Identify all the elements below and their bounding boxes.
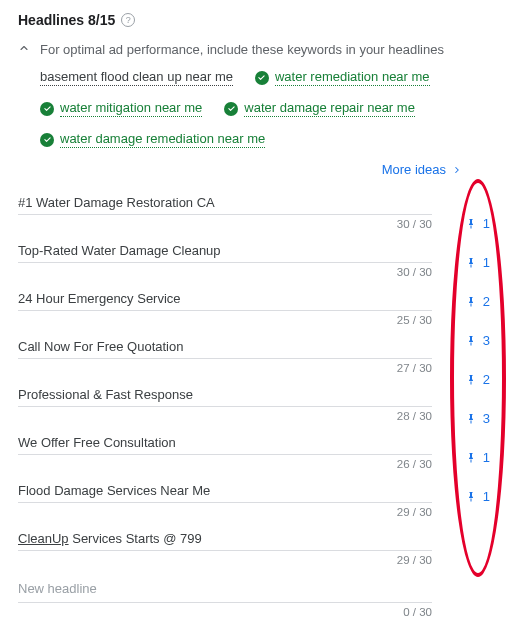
new-headline-char-count: 0 / 30 [403,606,432,618]
help-icon[interactable]: ? [121,13,135,27]
pin-indicator[interactable]: 1 [465,450,490,465]
keyword-text: water damage remediation near me [60,131,265,148]
headline-row[interactable]: CleanUp Services Starts @ 799 29 / 30 [18,521,432,551]
pin-indicator[interactable]: 2 [465,294,490,309]
pin-icon [465,373,477,387]
headline-char-count: 26 / 30 [397,458,432,470]
keyword-item[interactable]: water mitigation near me [40,100,202,117]
keyword-text: water remediation near me [275,69,430,86]
headlines-header: Headlines 8/15 ? [18,12,492,28]
keyword-text: basement flood clean up near me [40,69,233,86]
keyword-suggestions: basement flood clean up near me water re… [18,69,492,148]
headline-char-count: 25 / 30 [397,314,432,326]
headline-char-count: 29 / 30 [397,554,432,566]
pin-icon [465,451,477,465]
check-icon [40,133,54,147]
keyword-text: water mitigation near me [60,100,202,117]
headline-text: CleanUp Services Starts @ 799 [18,531,202,547]
check-icon [40,102,54,116]
headline-char-count: 28 / 30 [397,410,432,422]
more-ideas-row: More ideas [18,162,462,177]
headline-row[interactable]: We Offer Free Consultation 26 / 30 [18,425,432,455]
pin-icon [465,334,477,348]
headline-text: 24 Hour Emergency Service [18,291,181,307]
keyword-item[interactable]: water remediation near me [255,69,430,86]
pin-indicator[interactable]: 1 [465,216,490,231]
suggestion-intro-row[interactable]: For optimal ad performance, include thes… [18,42,492,57]
headline-row[interactable]: #1 Water Damage Restoration CA 30 / 30 [18,185,432,215]
headline-row[interactable]: Professional & Fast Response 28 / 30 [18,377,432,407]
pin-icon [465,412,477,426]
headline-char-count: 29 / 30 [397,506,432,518]
keyword-item[interactable]: water damage remediation near me [40,131,265,148]
pin-icon [465,217,477,231]
headline-char-count: 27 / 30 [397,362,432,374]
suggestion-intro-text: For optimal ad performance, include thes… [40,42,444,57]
pin-indicator[interactable]: 1 [465,489,490,504]
headline-row[interactable]: Call Now For Free Quotation 27 / 30 [18,329,432,359]
headlines-list: #1 Water Damage Restoration CA 30 / 30 T… [18,185,432,603]
headline-row[interactable]: Flood Damage Services Near Me 29 / 30 [18,473,432,503]
headline-text: #1 Water Damage Restoration CA [18,195,215,211]
pins-column: 1 1 2 3 2 3 1 1 [465,216,490,504]
headline-text: Professional & Fast Response [18,387,193,403]
new-headline-input[interactable]: New headline 0 / 30 [18,569,432,603]
new-headline-placeholder: New headline [18,581,97,596]
headline-text: We Offer Free Consultation [18,435,176,451]
headline-text: Top-Rated Water Damage Cleanup [18,243,221,259]
more-ideas-link[interactable]: More ideas [382,162,462,177]
keyword-item[interactable]: basement flood clean up near me [40,69,233,86]
chevron-up-icon [18,42,30,57]
headline-row[interactable]: 24 Hour Emergency Service 25 / 30 [18,281,432,311]
pin-indicator[interactable]: 3 [465,411,490,426]
pin-icon [465,490,477,504]
pin-icon [465,256,477,270]
keyword-text: water damage repair near me [244,100,415,117]
pin-icon [465,295,477,309]
headline-char-count: 30 / 30 [397,218,432,230]
keyword-item[interactable]: water damage repair near me [224,100,415,117]
pin-indicator[interactable]: 2 [465,372,490,387]
pin-indicator[interactable]: 3 [465,333,490,348]
headlines-title: Headlines 8/15 [18,12,115,28]
headline-text: Call Now For Free Quotation [18,339,183,355]
check-icon [255,71,269,85]
check-icon [224,102,238,116]
pin-indicator[interactable]: 1 [465,255,490,270]
headline-char-count: 30 / 30 [397,266,432,278]
headline-text: Flood Damage Services Near Me [18,483,210,499]
more-ideas-label: More ideas [382,162,446,177]
headline-row[interactable]: Top-Rated Water Damage Cleanup 30 / 30 [18,233,432,263]
chevron-right-icon [452,165,462,175]
